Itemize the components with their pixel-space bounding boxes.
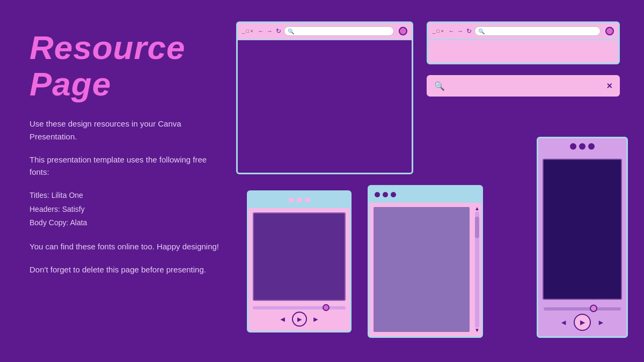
doc-content (374, 207, 470, 332)
doc-dot-2 (383, 192, 388, 197)
prev-button-2[interactable]: ◄ (560, 318, 567, 327)
media-buttons-2: ◄ ▶ ► (560, 314, 605, 331)
font-body: Body Copy: Alata (30, 216, 228, 230)
reminder-text: Don't forget to delete this page before … (30, 263, 228, 276)
dot-1 (289, 197, 294, 203)
scroll-down-icon[interactable]: ▼ (474, 328, 480, 333)
template-intro: This presentation template uses the foll… (30, 153, 228, 179)
dot-3 (305, 197, 310, 203)
media-player-2: ◄ ▶ ► (537, 137, 628, 338)
browser-bar-small: _ □ × ← → ↻ 🔍 (428, 23, 618, 40)
search-icon: 🔍 (434, 81, 445, 91)
next-button-1[interactable]: ► (312, 315, 320, 323)
scroll-up-icon[interactable]: ▲ (474, 206, 480, 211)
illustrations-area: _ □ × ← → ↻ 🔍 _ □ × ← → ↻ 🔍 🔍 × (236, 21, 628, 343)
prev-button-1[interactable]: ◄ (279, 315, 287, 323)
browser-nav-small: ← → (449, 28, 464, 34)
dot-2-1 (570, 143, 576, 150)
media-screen-1 (253, 212, 346, 301)
media-player-1-header (248, 192, 350, 208)
document-viewer: ▲ ▼ (368, 185, 483, 338)
find-fonts-text: You can find these fonts online too. Hap… (30, 240, 228, 253)
left-panel: Resource Page Use these design resources… (30, 29, 228, 286)
browser-body-large (238, 40, 412, 173)
font-titles: Titles: Lilita One (30, 189, 228, 202)
doc-dot-3 (391, 192, 396, 197)
browser-window-large: _ □ × ← → ↻ 🔍 (236, 21, 413, 174)
window-controls-small: _ □ × (433, 28, 444, 34)
window-controls-large: _ □ × (242, 28, 253, 34)
search-bar-standalone[interactable]: 🔍 × (427, 75, 620, 97)
search-close-icon[interactable]: × (606, 80, 612, 92)
media-player-2-header (538, 138, 626, 154)
media-controls-1: ◄ ▶ ► (248, 305, 350, 331)
doc-body: ▲ ▼ (369, 203, 481, 336)
browser-bar-large: _ □ × ← → ↻ 🔍 (238, 23, 412, 40)
progress-knob-2 (590, 305, 597, 312)
doc-scrollbar[interactable]: ▲ ▼ (473, 203, 481, 336)
media-screen-2 (543, 159, 622, 300)
page-title: Resource Page (30, 29, 228, 102)
description-text: Use these design resources in your Canva… (30, 117, 228, 143)
dot-2-2 (579, 143, 586, 150)
browser-refresh-small: ↻ (466, 27, 472, 35)
font-headers: Headers: Satisfy (30, 203, 228, 216)
browser-window-small: _ □ × ← → ↻ 🔍 (427, 21, 620, 64)
doc-dot-1 (375, 192, 380, 197)
search-line (449, 85, 602, 86)
next-button-2[interactable]: ► (597, 318, 605, 327)
play-button-1[interactable]: ▶ (292, 312, 307, 327)
play-button-2[interactable]: ▶ (574, 314, 591, 331)
progress-knob-1 (323, 304, 330, 311)
browser-url-bar-large[interactable]: 🔍 (284, 26, 394, 36)
media-controls-2: ◄ ▶ ► (538, 304, 626, 336)
progress-bar-1[interactable] (253, 306, 346, 309)
dot-2-3 (588, 143, 595, 150)
browser-nav-large: ← → (258, 28, 273, 34)
doc-header (369, 187, 481, 203)
media-player-1: ◄ ▶ ► (247, 190, 352, 333)
scroll-thumb (475, 217, 479, 238)
browser-circle-btn-small (605, 27, 614, 35)
scroll-track (475, 211, 479, 328)
media-buttons-1: ◄ ▶ ► (279, 312, 320, 327)
progress-bar-2[interactable] (544, 307, 621, 311)
browser-circle-btn-large (399, 27, 407, 35)
dot-2 (297, 197, 302, 203)
font-list: Titles: Lilita One Headers: Satisfy Body… (30, 189, 228, 230)
browser-refresh-large: ↻ (276, 27, 281, 35)
browser-url-bar-small[interactable]: 🔍 (474, 26, 601, 36)
